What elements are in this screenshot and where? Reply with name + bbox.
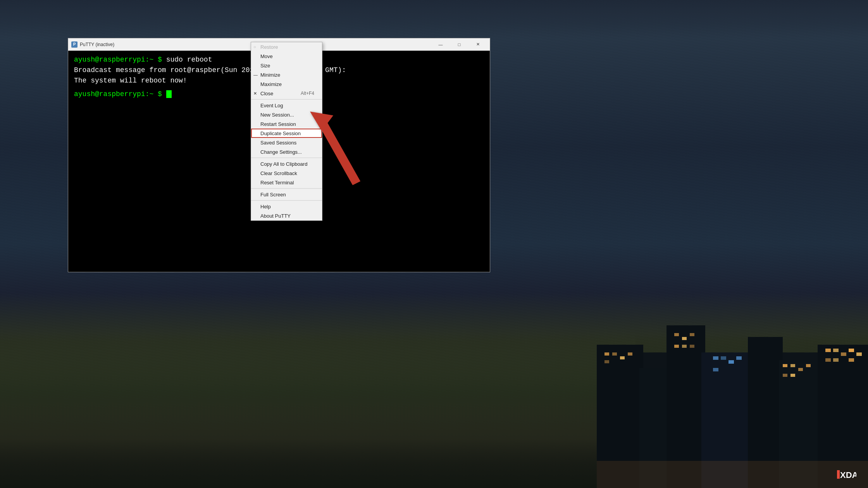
minimize-button[interactable]: — (432, 38, 450, 51)
menu-item-size[interactable]: Size (251, 61, 322, 70)
menu-reset-terminal-label: Reset Terminal (260, 180, 294, 186)
restore-icon: ○ (253, 45, 256, 49)
terminal-cmd-1: sudo reboot (162, 56, 212, 64)
terminal-output-broadcast: Broadcast message from root@raspber (74, 66, 220, 74)
menu-separator-3 (251, 188, 322, 189)
context-menu: ○ Restore Move Size — Minimize Maximize … (251, 42, 322, 221)
menu-separator-2 (251, 158, 322, 158)
window-controls: — □ ✕ (432, 38, 487, 51)
menu-item-maximize[interactable]: Maximize (251, 79, 322, 89)
menu-item-change-settings[interactable]: Change Settings... (251, 147, 322, 156)
putty-app-icon: P (71, 41, 78, 48)
menu-item-clear-scrollback[interactable]: Clear Scrollback (251, 168, 322, 178)
svg-rect-2 (837, 470, 840, 479)
menu-event-log-label: Event Log (260, 103, 283, 108)
menu-item-restart-session[interactable]: Restart Session (251, 119, 322, 129)
menu-maximize-label: Maximize (260, 81, 282, 87)
menu-restore-label: Restore (260, 44, 278, 50)
menu-item-event-log[interactable]: Event Log (251, 101, 322, 110)
maximize-button[interactable]: □ (450, 38, 468, 51)
xda-bracket-icon: XDA (837, 469, 856, 480)
menu-restart-session-label: Restart Session (260, 121, 296, 127)
terminal-prompt-2: ayush@raspberrypi:~ $ (74, 90, 162, 98)
menu-item-saved-sessions[interactable]: Saved Sessions (251, 138, 322, 147)
menu-separator-4 (251, 200, 322, 201)
menu-full-screen-label: Full Screen (260, 192, 286, 198)
menu-item-copy-all[interactable]: Copy All to Clipboard (251, 159, 322, 168)
close-button[interactable]: ✕ (469, 38, 487, 51)
menu-item-duplicate-session[interactable]: Duplicate Session (251, 129, 322, 138)
menu-item-move[interactable]: Move (251, 52, 322, 61)
terminal-prompt-1: ayush@raspberrypi:~ $ (74, 56, 162, 64)
menu-clear-scrollback-label: Clear Scrollback (260, 170, 297, 176)
menu-item-close[interactable]: ✕ Close Alt+F4 (251, 89, 322, 98)
menu-item-help[interactable]: Help (251, 202, 322, 211)
terminal-output-reboot: The system will reboot now! (74, 77, 187, 84)
close-x-icon: ✕ (253, 91, 257, 96)
menu-item-minimize[interactable]: — Minimize (251, 70, 322, 79)
menu-size-label: Size (260, 63, 270, 69)
menu-item-restore[interactable]: ○ Restore (251, 42, 322, 52)
menu-item-reset-terminal[interactable]: Reset Terminal (251, 178, 322, 187)
menu-separator-1 (251, 99, 322, 100)
menu-duplicate-session-label: Duplicate Session (260, 131, 301, 136)
menu-minimize-label: Minimize (260, 72, 280, 78)
close-shortcut: Alt+F4 (301, 91, 314, 96)
clouds-top (0, 0, 868, 39)
svg-text:XDA: XDA (840, 470, 856, 480)
menu-copy-all-label: Copy All to Clipboard (260, 161, 307, 167)
terminal-cursor (166, 90, 172, 98)
xda-watermark: XDA (837, 469, 856, 480)
menu-close-label: Close (260, 91, 273, 96)
menu-item-full-screen[interactable]: Full Screen (251, 190, 322, 199)
minimize-icon: — (253, 72, 258, 77)
menu-item-new-session[interactable]: New Session... (251, 110, 322, 119)
city-background (0, 333, 868, 488)
menu-new-session-label: New Session... (260, 112, 294, 118)
menu-change-settings-label: Change Settings... (260, 149, 302, 155)
menu-item-about-putty[interactable]: About PuTTY (251, 211, 322, 220)
menu-saved-sessions-label: Saved Sessions (260, 140, 296, 146)
menu-help-label: Help (260, 204, 271, 210)
menu-move-label: Move (260, 53, 273, 59)
menu-about-putty-label: About PuTTY (260, 213, 291, 219)
